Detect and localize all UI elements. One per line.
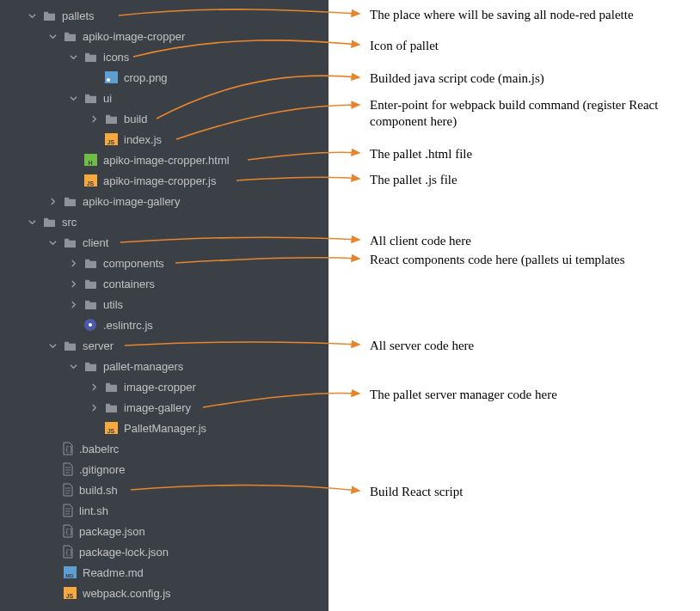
tree-row-build-sh[interactable]: build.sh: [0, 480, 329, 500]
html-file-icon: H: [83, 152, 98, 168]
label: apiko-image-gallery: [83, 195, 180, 208]
chevron-down-icon: [26, 12, 38, 20]
chevron-down-icon: [46, 239, 58, 247]
folder-icon: [103, 111, 119, 126]
js-file-icon: JS: [103, 420, 119, 436]
label: index.js: [124, 133, 162, 146]
tree-row-pallets[interactable]: pallets: [0, 5, 329, 26]
label: icons: [103, 51, 129, 64]
label: build.sh: [79, 484, 118, 497]
tree-row-image-cropper-folder[interactable]: image-cropper: [0, 376, 329, 397]
label: PalletManager.js: [124, 422, 206, 435]
annotation-text: The pallet .html file: [370, 146, 472, 162]
label: image-cropper: [124, 381, 196, 394]
folder-icon: [62, 28, 77, 44]
chevron-down-icon: [26, 218, 38, 226]
tree-row-build[interactable]: build: [0, 108, 329, 129]
chevron-right-icon: [67, 260, 79, 267]
label: .eslintrc.js: [103, 319, 153, 332]
label: pallets: [62, 9, 95, 22]
label: pallet-managers: [103, 360, 183, 373]
tree-row-webpack[interactable]: JS webpack.config.js: [0, 583, 329, 603]
label: Readme.md: [83, 566, 144, 579]
folder-icon: [83, 49, 98, 64]
svg-text:{}: {}: [65, 446, 74, 454]
svg-text:{}: {}: [65, 549, 74, 557]
annotations-panel: The place where will be saving all node-…: [329, 0, 700, 611]
label: crop.png: [124, 71, 168, 84]
text-file-icon: [62, 462, 74, 476]
label: .gitignore: [79, 463, 125, 476]
folder-icon: [83, 358, 98, 374]
tree-row-client[interactable]: client: [0, 232, 329, 253]
folder-icon: [103, 379, 119, 394]
markdown-file-icon: MD: [62, 565, 77, 580]
tree-row-readme[interactable]: MD Readme.md: [0, 562, 329, 583]
tree-row-ui[interactable]: ui: [0, 88, 329, 108]
folder-icon: [83, 276, 98, 291]
tree-row-index-js[interactable]: JS index.js: [0, 129, 329, 150]
label: webpack.config.js: [83, 587, 171, 600]
folder-icon: [41, 8, 57, 23]
label: apiko-image-cropper.html: [103, 154, 230, 167]
json-file-icon: {}: [62, 545, 74, 559]
json-file-icon: {}: [62, 524, 74, 538]
chevron-right-icon: [67, 280, 79, 288]
tree-row-components[interactable]: components: [0, 253, 329, 273]
folder-icon: [83, 255, 98, 271]
tree-row-utils[interactable]: utils: [0, 294, 329, 315]
tree-row-crop-png[interactable]: crop.png: [0, 67, 329, 88]
annotation-text: Enter-point for webpack build command (r…: [370, 97, 688, 130]
label: image-gallery: [124, 401, 191, 414]
svg-text:{}: {}: [65, 529, 74, 536]
tree-row-package-json[interactable]: {} package.json: [0, 521, 329, 541]
annotation-text: The pallet server manager code here: [370, 387, 557, 403]
tree-row-image-gallery-folder[interactable]: image-gallery: [0, 397, 329, 418]
text-file-icon: [62, 504, 74, 517]
js-file-icon: JS: [103, 131, 119, 147]
annotation-text: React components code here (pallets ui t…: [370, 252, 688, 268]
annotation-text: All client code here: [370, 233, 471, 249]
image-file-icon: [103, 70, 119, 85]
label: lint.sh: [79, 504, 108, 517]
label: build: [124, 113, 147, 125]
annotation-text: Build React script: [370, 484, 463, 500]
label: src: [62, 216, 77, 229]
tree-row-src[interactable]: src: [0, 211, 329, 232]
folder-icon: [62, 193, 77, 209]
label: utils: [103, 298, 123, 311]
tree-row-pallet-managers[interactable]: pallet-managers: [0, 356, 329, 376]
label: containers: [103, 278, 155, 290]
chevron-down-icon: [67, 95, 79, 102]
tree-row-babelrc[interactable]: {} .babelrc: [0, 438, 329, 459]
tree-row-icons[interactable]: icons: [0, 46, 329, 67]
tree-row-palletmanager-js[interactable]: JS PalletManager.js: [0, 418, 329, 438]
text-file-icon: [62, 483, 74, 497]
folder-icon: [103, 400, 119, 415]
chevron-down-icon: [46, 33, 58, 40]
tree-row-cropper-js[interactable]: JS apiko-image-cropper.js: [0, 170, 329, 191]
chevron-right-icon: [46, 198, 58, 205]
tree-row-gitignore[interactable]: .gitignore: [0, 459, 329, 480]
annotation-text: All server code here: [370, 338, 474, 354]
annotation-text: Icon of pallet: [370, 38, 439, 54]
label: ui: [103, 92, 112, 105]
folder-icon: [83, 90, 98, 106]
tree-row-eslintrc[interactable]: .eslintrc.js: [0, 315, 329, 335]
annotation-text: Builded java script code (main.js): [370, 70, 544, 87]
json-file-icon: {}: [62, 442, 74, 455]
tree-row-package-lock[interactable]: {} package-lock.json: [0, 541, 329, 562]
chevron-down-icon: [46, 342, 58, 350]
label: components: [103, 257, 164, 270]
js-file-icon: JS: [62, 585, 77, 601]
annotation-text: The place where will be saving all node-…: [370, 7, 634, 23]
label: .babelrc: [79, 443, 119, 455]
chevron-right-icon: [88, 404, 100, 412]
tree-row-containers[interactable]: containers: [0, 273, 329, 294]
tree-row-apiko-gallery[interactable]: apiko-image-gallery: [0, 191, 329, 211]
tree-row-server[interactable]: server: [0, 335, 329, 356]
tree-row-apiko-cropper[interactable]: apiko-image-cropper: [0, 26, 329, 46]
tree-row-cropper-html[interactable]: H apiko-image-cropper.html: [0, 150, 329, 170]
chevron-right-icon: [88, 383, 100, 391]
tree-row-lint-sh[interactable]: lint.sh: [0, 500, 329, 521]
